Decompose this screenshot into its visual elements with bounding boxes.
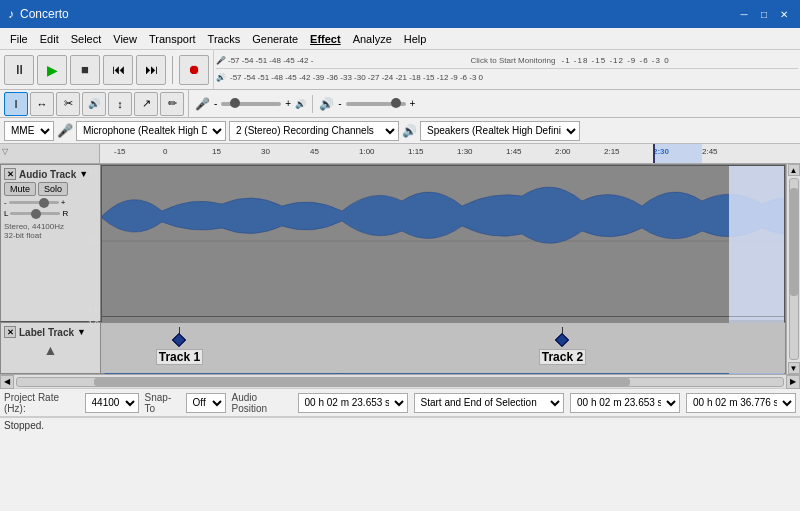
hscroll-left-button[interactable]: ◀: [0, 375, 14, 389]
spk-minus: -: [338, 98, 341, 109]
select-tool[interactable]: I: [4, 92, 28, 116]
project-rate-select[interactable]: 44100: [85, 393, 139, 413]
meter-row-1: 🎤 -57 -54 -51 -48 -45 -42 - Click to Sta…: [216, 52, 798, 69]
label-track-dropdown[interactable]: ▼: [77, 327, 86, 337]
ruler-tick-45: 45: [310, 147, 319, 156]
microphone-select[interactable]: Microphone (Realtek High Defini: [76, 121, 226, 141]
click-monitor[interactable]: Click to Start Monitoring: [471, 56, 556, 65]
hscroll-right-button[interactable]: ▶: [786, 375, 800, 389]
menu-analyze[interactable]: Analyze: [347, 31, 398, 47]
vol-db: 🔊: [295, 99, 306, 109]
hscroll-thumb[interactable]: [94, 378, 630, 386]
status-bar: Project Rate (Hz): 44100 Snap-To Off Aud…: [0, 388, 800, 433]
label-track: ✕ Label Track ▼ ▲ Track 1: [0, 322, 786, 374]
extra-tool[interactable]: ✏: [160, 92, 184, 116]
toolbar-separator: [172, 56, 173, 84]
gain-plus-label: +: [61, 198, 66, 207]
meter-scale-1r: -1 -18 -15 -12 -9 -6 -3 0: [561, 56, 798, 65]
tools-section: I ↔ ✂ 🔊 ↕ ↗ ✏ 🎤 - + 🔊 🔊 - +: [0, 90, 800, 118]
play-button[interactable]: ▶: [37, 55, 67, 85]
ruler-tick-145: 1:45: [506, 147, 522, 156]
envelope-tool[interactable]: ↔: [30, 92, 54, 116]
selection-end-input[interactable]: 00 h 02 m 36.776 s: [686, 393, 796, 413]
driver-select[interactable]: MME: [4, 121, 54, 141]
close-button[interactable]: ✕: [776, 6, 792, 22]
gain-slider-row: - +: [4, 198, 97, 207]
draw-tool[interactable]: ✂: [56, 92, 80, 116]
multi-tool[interactable]: ↗: [134, 92, 158, 116]
label-track1-marker: Track 1: [156, 327, 203, 365]
menu-view[interactable]: View: [107, 31, 143, 47]
gain-minus-label: -: [4, 198, 7, 207]
track-close-button[interactable]: ✕: [4, 168, 16, 180]
controls-bar: Project Rate (Hz): 44100 Snap-To Off Aud…: [0, 389, 800, 417]
mic-icon: 🎤: [195, 97, 210, 111]
ruler-tick-215: 2:15: [604, 147, 620, 156]
meter-scale-2: -57 -54 -51 -48 -45 -42 -39 -36 -33 -30 …: [230, 73, 798, 82]
meter-scale-1: -57 -54 -51 -48 -45 -42 -: [228, 56, 465, 65]
selection-start-input[interactable]: 00 h 02 m 23.653 s: [570, 393, 680, 413]
menu-edit[interactable]: Edit: [34, 31, 65, 47]
gain-slider[interactable]: [9, 201, 59, 204]
y-label-top-m1: -1.0: [74, 305, 99, 314]
title-bar-controls: ─ □ ✕: [736, 6, 792, 22]
ruler-tick-30: 30: [261, 147, 270, 156]
transport-controls: ⏸ ▶ ■ ⏮ ⏭ ⏺: [0, 50, 213, 89]
stop-button[interactable]: ■: [70, 55, 100, 85]
ruler-tick-130: 1:30: [457, 147, 473, 156]
pan-slider[interactable]: [10, 212, 60, 215]
audio-track: ✕ Audio Track ▼ Mute Solo - + L: [0, 164, 786, 322]
selection-type-select[interactable]: Start and End of Selection: [414, 393, 565, 413]
menu-file[interactable]: File: [4, 31, 34, 47]
menu-select[interactable]: Select: [65, 31, 108, 47]
hscroll-track[interactable]: [16, 377, 784, 387]
label-track-close-button[interactable]: ✕: [4, 326, 16, 338]
mute-button[interactable]: Mute: [4, 182, 36, 196]
skip-forward-button[interactable]: ⏭: [136, 55, 166, 85]
mic-dropdown-icon: 🎤: [57, 123, 73, 138]
zoom-tool[interactable]: 🔊: [82, 92, 106, 116]
menu-generate[interactable]: Generate: [246, 31, 304, 47]
audio-position-input[interactable]: 00 h 02 m 23.653 s: [298, 393, 408, 413]
y-label-top-1: 1.0: [74, 168, 99, 177]
label-track-arrow: ▲: [4, 342, 97, 358]
title-bar-left: ♪ Concerto: [8, 7, 69, 21]
label-track-control: ✕ Label Track ▼ ▲: [1, 323, 101, 373]
app-title: Concerto: [20, 7, 69, 21]
ruler-tick-neg15: -15: [114, 147, 126, 156]
project-rate-label: Project Rate (Hz):: [4, 392, 79, 414]
vscroll-up-button[interactable]: ▲: [788, 164, 800, 176]
vol-minus: -: [214, 98, 217, 109]
label-track1-diamond: [172, 333, 186, 347]
ruler-track-label-spacer: ▽: [0, 144, 100, 163]
record-button[interactable]: ⏺: [179, 55, 209, 85]
menu-help[interactable]: Help: [398, 31, 433, 47]
minimize-button[interactable]: ─: [736, 6, 752, 22]
snap-to-label: Snap-To: [145, 392, 180, 414]
label-track2-marker: Track 2: [539, 327, 586, 365]
menu-transport[interactable]: Transport: [143, 31, 202, 47]
main-content: ✕ Audio Track ▼ Mute Solo - + L: [0, 164, 800, 374]
label-track-content: Track 1 Track 2: [101, 323, 785, 373]
horizontal-scrollbar: ◀ ▶: [0, 374, 800, 388]
vscroll-track[interactable]: [789, 178, 799, 360]
skip-back-button[interactable]: ⏮: [103, 55, 133, 85]
ruler-tick-115: 1:15: [408, 147, 424, 156]
label-track2-diamond: [555, 333, 569, 347]
solo-button[interactable]: Solo: [38, 182, 68, 196]
menu-tracks[interactable]: Tracks: [202, 31, 247, 47]
title-bar: ♪ Concerto ─ □ ✕: [0, 0, 800, 28]
snap-to-select[interactable]: Off: [186, 393, 226, 413]
track-sample-rate: Stereo, 44100Hz: [4, 222, 97, 231]
menu-effect[interactable]: Effect: [304, 31, 347, 47]
vscroll-thumb[interactable]: [790, 188, 798, 296]
vscroll-down-button[interactable]: ▼: [788, 362, 800, 374]
maximize-button[interactable]: □: [756, 6, 772, 22]
y-label-top-0: 0.0: [74, 237, 99, 246]
timeshift-tool[interactable]: ↕: [108, 92, 132, 116]
mic-slider[interactable]: [221, 102, 281, 106]
speaker-select[interactable]: Speakers (Realtek High Definiti: [420, 121, 580, 141]
pause-button[interactable]: ⏸: [4, 55, 34, 85]
speaker-slider[interactable]: [346, 102, 406, 106]
channels-select[interactable]: 2 (Stereo) Recording Channels: [229, 121, 399, 141]
